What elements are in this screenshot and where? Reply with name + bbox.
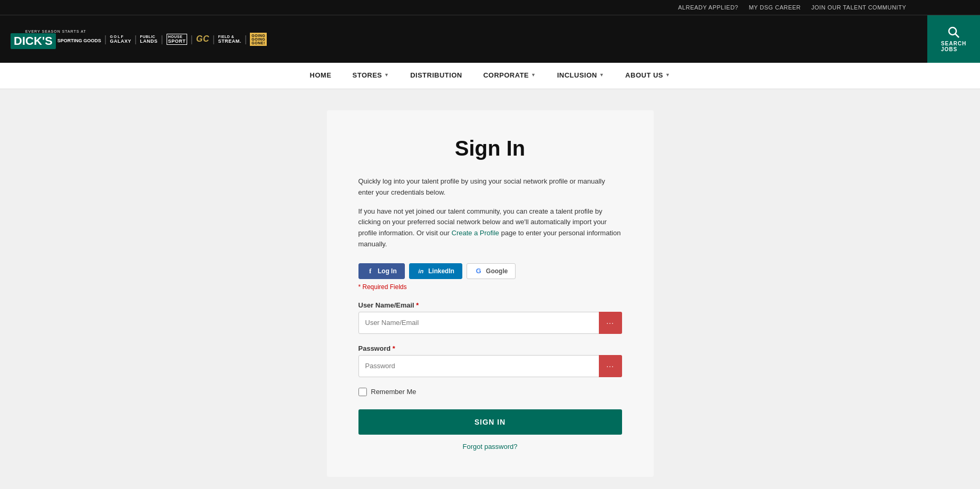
- password-label: Password *: [358, 344, 622, 352]
- already-applied-link[interactable]: ALREADY APPLIED?: [678, 4, 738, 11]
- golf-galaxy-golf: GOLF: [110, 35, 131, 39]
- password-dots-icon: ···: [606, 362, 614, 370]
- navbar: HOME STORES ▼ DISTRIBUTION CORPORATE ▼ I…: [0, 63, 980, 89]
- stream-label: STREAM.: [218, 39, 241, 44]
- password-input[interactable]: [358, 355, 622, 377]
- going2: GOING: [251, 37, 265, 41]
- password-input-wrapper: ···: [358, 355, 622, 377]
- password-required-star: *: [391, 344, 395, 352]
- nav-items: HOME STORES ▼ DISTRIBUTION CORPORATE ▼ I…: [299, 63, 681, 89]
- golf-galaxy-logo[interactable]: GOLF GALAXY: [110, 35, 131, 44]
- linkedin-icon: in: [417, 267, 425, 275]
- brand-divider-6: |: [245, 34, 247, 45]
- house-label: HOUSE: [168, 35, 186, 39]
- going1: GOING: [251, 34, 265, 37]
- nav-inclusion[interactable]: INCLUSION ▼: [547, 63, 615, 89]
- search-jobs-panel[interactable]: SEARCHJOBS: [927, 15, 980, 63]
- remember-me-row: Remember Me: [358, 388, 622, 396]
- nav-home[interactable]: HOME: [299, 63, 342, 89]
- create-profile-link[interactable]: Create a Profile: [452, 229, 499, 237]
- facebook-login-button[interactable]: f Log In: [358, 263, 405, 279]
- forgot-password-link[interactable]: Forgot password?: [358, 443, 622, 450]
- facebook-icon: f: [366, 267, 375, 275]
- username-required-star: *: [414, 301, 419, 309]
- signin-button[interactable]: SIGN IN: [358, 409, 622, 435]
- password-icon-button[interactable]: ···: [599, 355, 622, 377]
- golf-galaxy-galaxy: GALAXY: [110, 39, 131, 44]
- header-top-links: ALREADY APPLIED? MY DSG CAREER JOIN OUR …: [0, 0, 980, 15]
- remember-me-checkbox[interactable]: [358, 388, 367, 396]
- dicks-logo[interactable]: EVERY SEASON STARTS AT DICK'S SPORTING G…: [11, 30, 101, 49]
- username-field-group: User Name/Email * ···: [358, 301, 622, 334]
- nav-corporate[interactable]: CORPORATE ▼: [473, 63, 547, 89]
- nav-distribution[interactable]: DISTRIBUTION: [400, 63, 472, 89]
- nav-about-us[interactable]: ABOUT US ▼: [615, 63, 681, 89]
- social-buttons-row: f Log In in LinkedIn G Google: [358, 263, 622, 279]
- dicks-tagline: EVERY SEASON STARTS AT: [25, 30, 86, 33]
- field-stream-logo[interactable]: FIELD & STREAM.: [218, 35, 241, 44]
- header: ALREADY APPLIED? MY DSG CAREER JOIN OUR …: [0, 0, 980, 63]
- username-input[interactable]: [358, 312, 622, 334]
- username-input-wrapper: ···: [358, 312, 622, 334]
- brand-divider-5: |: [212, 34, 215, 45]
- signin-title: Sign In: [358, 137, 622, 160]
- lands-label: LANDS: [140, 39, 158, 44]
- search-icon: [947, 26, 960, 39]
- username-dots-icon: ···: [606, 319, 614, 327]
- gone: GONE!: [251, 41, 265, 45]
- brand-divider-1: |: [104, 34, 107, 45]
- google-icon: G: [474, 267, 483, 275]
- sport-label: SPORT: [168, 39, 186, 44]
- signin-desc-1: Quickly log into your talent profile by …: [358, 176, 622, 198]
- header-main-row: EVERY SEASON STARTS AT DICK'S SPORTING G…: [0, 15, 980, 63]
- brand-divider-2: |: [134, 34, 137, 45]
- join-talent-link[interactable]: JOIN OUR TALENT COMMUNITY: [811, 4, 906, 11]
- brand-divider-3: |: [161, 34, 163, 45]
- username-label: User Name/Email *: [358, 301, 622, 309]
- signin-desc-2: If you have not yet joined our talent co…: [358, 206, 622, 250]
- required-fields-note: * Required Fields: [358, 283, 622, 291]
- svg-line-1: [956, 34, 959, 38]
- svg-point-0: [949, 27, 956, 35]
- my-dsg-career-link[interactable]: MY DSG CAREER: [749, 4, 801, 11]
- field-label: FIELD &: [218, 35, 241, 39]
- main-content: Sign In Quickly log into your talent pro…: [0, 89, 980, 489]
- inclusion-chevron-icon: ▼: [599, 72, 604, 78]
- public-lands-logo[interactable]: PUBLIC LANDS: [140, 35, 158, 44]
- public-label: PUBLIC: [140, 35, 158, 39]
- gc-logo[interactable]: GC: [196, 34, 209, 44]
- stores-chevron-icon: ▼: [384, 72, 389, 78]
- password-field-group: Password * ···: [358, 344, 622, 377]
- brand-logos-area: EVERY SEASON STARTS AT DICK'S SPORTING G…: [11, 30, 927, 49]
- corporate-chevron-icon: ▼: [531, 72, 536, 78]
- remember-me-label: Remember Me: [371, 388, 416, 396]
- house-of-sport-logo[interactable]: HOUSE SPORT: [167, 34, 188, 45]
- about-us-chevron-icon: ▼: [665, 72, 670, 78]
- dicks-word: SPORTING GOODS: [57, 38, 101, 44]
- linkedin-login-button[interactable]: in LinkedIn: [409, 263, 462, 279]
- google-login-button[interactable]: G Google: [467, 263, 516, 279]
- dicks-badge: DICK'S: [11, 33, 56, 49]
- username-icon-button[interactable]: ···: [599, 312, 622, 334]
- search-jobs-label: SEARCHJOBS: [941, 41, 966, 52]
- going-going-gone-logo[interactable]: GOING GOING GONE!: [250, 33, 267, 46]
- nav-stores[interactable]: STORES ▼: [342, 63, 400, 89]
- signin-card: Sign In Quickly log into your talent pro…: [327, 110, 654, 477]
- brand-divider-4: |: [190, 34, 193, 45]
